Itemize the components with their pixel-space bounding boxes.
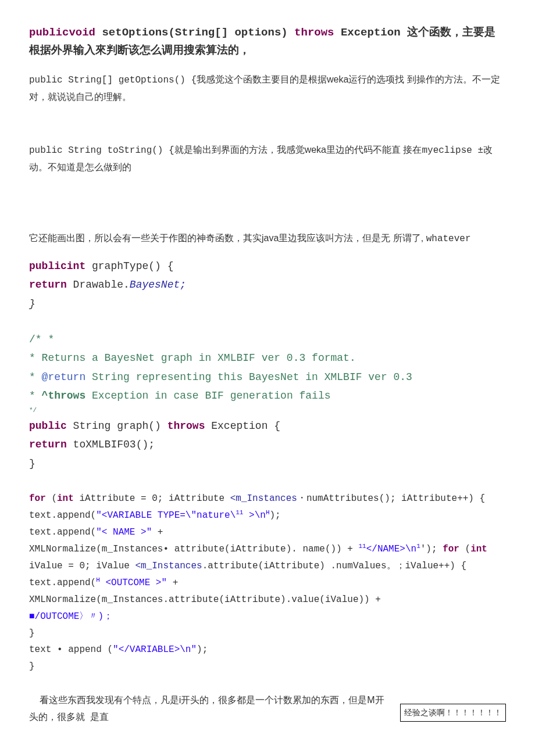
page-title: publicvoid setOptions(String[] options) … [29,23,506,60]
drawable: Drawable. [67,279,130,291]
close-brace-2: } [29,454,506,473]
code-whatever: whatever [426,234,471,244]
kw-return: return [29,279,67,291]
code-getoptions: public String[] getOptions() { [29,75,197,85]
bayesnet-ref: BayesNet; [130,279,186,291]
close-brace-1: } [29,295,506,313]
exception-text: Exception [334,26,407,39]
bottom-section: 看这些东西我发现有个特点，凡是i开头的，很多都是一个计数累加的东西，但是M开头的… [29,692,506,726]
comment-l1: /* * [29,330,506,349]
callout-box: 经验之谈啊！！！！！！！ [400,704,506,722]
paragraph-drawing: 它还能画出图，所以会有一些关于作图的神奇函数，其实java里边我应该叫方法，但是… [29,230,506,248]
comment-l2: * Returns a BayesNet graph in XMLBIF ver… [29,349,506,367]
kw-publicint: publicint [29,260,85,272]
paragraph-tostring: public String toString() {就是输出到界面的方法，我感觉… [29,142,506,177]
paragraph-getoptions: public String[] getOptions() {我感觉这个函数主要目… [29,71,506,106]
kw-public: public [29,420,67,432]
cn-tostring-1: 就是输出到界面的方法，我感觉weka里边的代码不能直 接在 [174,145,422,155]
code-tostring: public String toString() { [29,145,174,156]
tag-return: @return [42,371,86,383]
code-graph: public String graph() throws Exception {… [29,417,506,473]
graphtype-sig: graphType() { [85,260,173,272]
code-comment: /* * * Returns a BayesNet graph in XMLBI… [29,330,506,417]
bottom-cn-text: 看这些东西我发现有个特点，凡是i开头的，很多都是一个计数累加的东西，但是M开头的… [29,692,388,726]
kw-return-2: return [29,439,67,450]
code-graphtype: publicint graphType() { return Drawable.… [29,257,506,313]
keyword-throws: throws [294,26,334,39]
keyword-publicvoid: publicvoid [29,26,95,39]
sig-setoptions: setOptions(String[] options) [95,26,294,39]
code-myeclipse: myeclipse ± [422,145,483,156]
code-loop: for (int iAttribute = 0; iAttribute <m_I… [29,490,506,675]
cn-drawing: 它还能画出图，所以会有一些关于作图的神奇函数，其实java里边我应该叫方法，但是… [29,233,426,243]
kw-throws-2: throws [167,420,205,432]
tag-throws: ^throws [42,390,86,402]
comment-l5: */ [29,405,506,417]
